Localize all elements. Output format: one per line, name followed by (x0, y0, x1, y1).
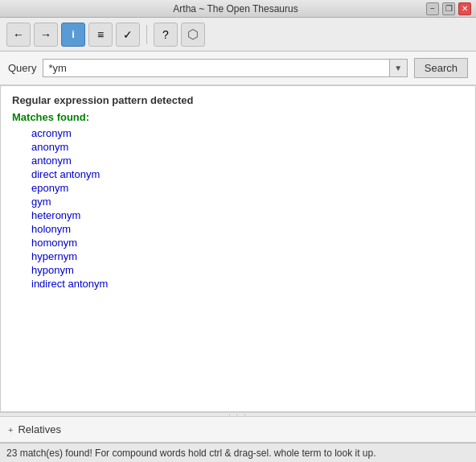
list-item[interactable]: acronym (12, 126, 464, 140)
check-icon: ✓ (123, 28, 133, 41)
list-item[interactable]: hyponym (12, 263, 464, 277)
status-bar: 23 match(es) found! For compound words h… (0, 443, 476, 462)
help-icon: ? (162, 28, 169, 41)
query-bar: Query ▼ Search (0, 52, 476, 85)
list-item[interactable]: hypernym (12, 250, 464, 263)
window-title: Artha ~ The Open Thesaurus (45, 3, 426, 14)
regex-notice: Regular expression pattern detected (12, 94, 464, 106)
list-item[interactable]: heteronym (12, 208, 464, 222)
search-button[interactable]: Search (414, 58, 468, 78)
info-icon: i (72, 28, 75, 40)
query-dropdown-button[interactable]: ▼ (389, 60, 407, 76)
list-button[interactable]: ≡ (88, 23, 113, 47)
relatives-label: Relatives (18, 423, 60, 435)
results-scroll[interactable]: Regular expression pattern detected Matc… (1, 86, 475, 411)
back-icon: ← (13, 28, 24, 41)
exit-icon: ⬡ (187, 27, 199, 42)
list-item[interactable]: holonym (12, 222, 464, 236)
back-button[interactable]: ← (6, 23, 31, 47)
window-controls: − ❐ ✕ (426, 2, 471, 15)
dropdown-icon: ▼ (394, 64, 402, 72)
close-button[interactable]: ✕ (458, 2, 471, 15)
exit-button[interactable]: ⬡ (181, 23, 205, 47)
list-icon: ≡ (97, 28, 104, 41)
relatives-toggle-icon: + (8, 425, 13, 435)
list-item[interactable]: homonym (12, 236, 464, 250)
maximize-button[interactable]: ❐ (442, 2, 455, 15)
list-item[interactable]: antonym (12, 154, 464, 167)
check-button[interactable]: ✓ (116, 23, 140, 47)
help-button[interactable]: ? (154, 23, 178, 47)
list-item[interactable]: anonym (12, 140, 464, 154)
list-item[interactable]: indirect antonym (12, 277, 464, 291)
toolbar: ← → i ≡ ✓ ? ⬡ (0, 18, 476, 52)
query-label: Query (8, 62, 36, 74)
list-item[interactable]: gym (12, 195, 464, 208)
toolbar-separator (146, 25, 147, 44)
relatives-panel[interactable]: + Relatives (0, 417, 476, 443)
minimize-button[interactable]: − (426, 2, 439, 15)
forward-icon: → (40, 28, 51, 41)
match-list: acronymanonymantonymdirect antonymeponym… (12, 126, 464, 291)
title-bar: Artha ~ The Open Thesaurus − ❐ ✕ (0, 0, 476, 18)
results-area: Regular expression pattern detected Matc… (0, 85, 476, 412)
info-button[interactable]: i (61, 23, 85, 47)
matches-found-label: Matches found: (12, 111, 464, 123)
list-item[interactable]: eponym (12, 181, 464, 195)
list-item[interactable]: direct antonym (12, 167, 464, 181)
query-input[interactable] (43, 60, 388, 76)
forward-button[interactable]: → (34, 23, 58, 47)
query-input-wrapper: ▼ (43, 59, 407, 77)
status-text: 23 match(es) found! For compound words h… (6, 448, 376, 459)
